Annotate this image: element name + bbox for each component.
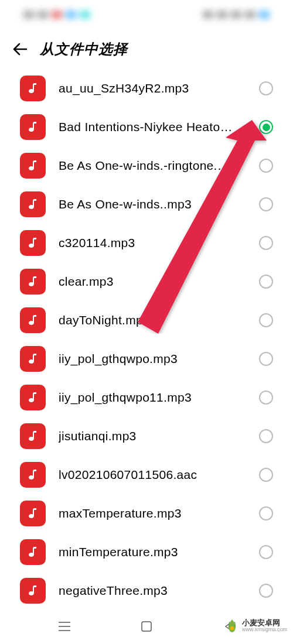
- file-name-label: minTemperature.mp3: [59, 545, 246, 559]
- file-radio[interactable]: [259, 81, 273, 95]
- nav-menu-button[interactable]: [53, 615, 76, 638]
- nav-home-button[interactable]: [135, 615, 158, 638]
- file-row[interactable]: clear.mp3: [2, 262, 291, 301]
- file-name-label: Be As One-w-inds.-ringtone.…: [59, 159, 246, 173]
- music-file-icon: [20, 501, 46, 526]
- file-radio[interactable]: [259, 120, 273, 134]
- file-radio[interactable]: [259, 390, 273, 405]
- file-row[interactable]: maxTemperature.mp3: [2, 494, 291, 533]
- file-name-label: dayToNight.mp3: [59, 313, 246, 327]
- file-radio[interactable]: [259, 159, 273, 173]
- file-radio[interactable]: [259, 236, 273, 250]
- file-name-label: negativeThree.mp3: [59, 584, 246, 598]
- music-file-icon: [20, 269, 46, 294]
- music-file-icon: [20, 423, 46, 449]
- svg-point-5: [230, 626, 234, 630]
- file-radio[interactable]: [259, 429, 273, 443]
- file-name-label: lv020210607011506.aac: [59, 468, 246, 482]
- file-row[interactable]: jisutianqi.mp3: [2, 417, 291, 455]
- file-row[interactable]: iiy_pol_gthqwpo.mp3: [2, 340, 291, 378]
- file-row[interactable]: au_uu_SzH34yR2.mp3: [2, 69, 291, 108]
- file-radio[interactable]: [259, 468, 273, 482]
- music-file-icon: [20, 153, 46, 179]
- file-name-label: jisutianqi.mp3: [59, 429, 246, 443]
- file-radio[interactable]: [259, 197, 273, 211]
- status-bar: [0, 0, 293, 29]
- watermark-logo-icon: [224, 618, 240, 633]
- file-row[interactable]: dayToNight.mp3: [2, 301, 291, 340]
- music-file-icon: [20, 114, 46, 140]
- square-icon: [141, 621, 152, 632]
- file-radio[interactable]: [259, 352, 273, 366]
- file-name-label: iiy_pol_gthqwpo.mp3: [59, 352, 246, 366]
- file-row[interactable]: iiy_pol_gthqwpo11.mp3: [2, 378, 291, 417]
- file-name-label: clear.mp3: [59, 275, 246, 289]
- file-list: au_uu_SzH34yR2.mp3Bad Intentions-Niykee …: [0, 69, 293, 610]
- file-row[interactable]: minTemperature.mp3: [2, 533, 291, 571]
- page-title: 从文件中选择: [40, 40, 128, 59]
- music-file-icon: [20, 76, 46, 101]
- music-file-icon: [20, 385, 46, 410]
- file-radio[interactable]: [259, 275, 273, 289]
- header: 从文件中选择: [0, 29, 293, 69]
- file-name-label: au_uu_SzH34yR2.mp3: [59, 81, 246, 95]
- file-name-label: maxTemperature.mp3: [59, 506, 246, 520]
- file-radio[interactable]: [259, 584, 273, 598]
- music-file-icon: [20, 539, 46, 565]
- file-row[interactable]: Bad Intentions-Niykee Heato…: [2, 108, 291, 146]
- svg-rect-4: [142, 622, 151, 631]
- back-arrow-icon: [12, 43, 28, 56]
- file-row[interactable]: Be As One-w-inds.-ringtone.…: [2, 146, 291, 185]
- file-row[interactable]: c320114.mp3: [2, 224, 291, 262]
- music-file-icon: [20, 578, 46, 604]
- menu-icon: [58, 621, 71, 632]
- file-radio[interactable]: [259, 313, 273, 327]
- music-file-icon: [20, 191, 46, 217]
- music-file-icon: [20, 346, 46, 372]
- watermark: 小麦安卓网 www.xmsigma.com: [224, 618, 287, 633]
- music-file-icon: [20, 462, 46, 488]
- file-name-label: Bad Intentions-Niykee Heato…: [59, 120, 246, 134]
- file-radio[interactable]: [259, 545, 273, 559]
- watermark-url: www.xmsigma.com: [242, 627, 287, 633]
- file-radio[interactable]: [259, 506, 273, 520]
- file-row[interactable]: negativeThree.mp3: [2, 571, 291, 610]
- watermark-brand: 小麦安卓网: [242, 619, 287, 627]
- file-name-label: Be As One-w-inds..mp3: [59, 197, 246, 211]
- music-file-icon: [20, 230, 46, 256]
- file-name-label: c320114.mp3: [59, 236, 246, 250]
- file-row[interactable]: lv020210607011506.aac: [2, 455, 291, 494]
- file-name-label: iiy_pol_gthqwpo11.mp3: [59, 390, 246, 405]
- music-file-icon: [20, 307, 46, 333]
- back-button[interactable]: [12, 41, 28, 57]
- file-row[interactable]: Be As One-w-inds..mp3: [2, 185, 291, 224]
